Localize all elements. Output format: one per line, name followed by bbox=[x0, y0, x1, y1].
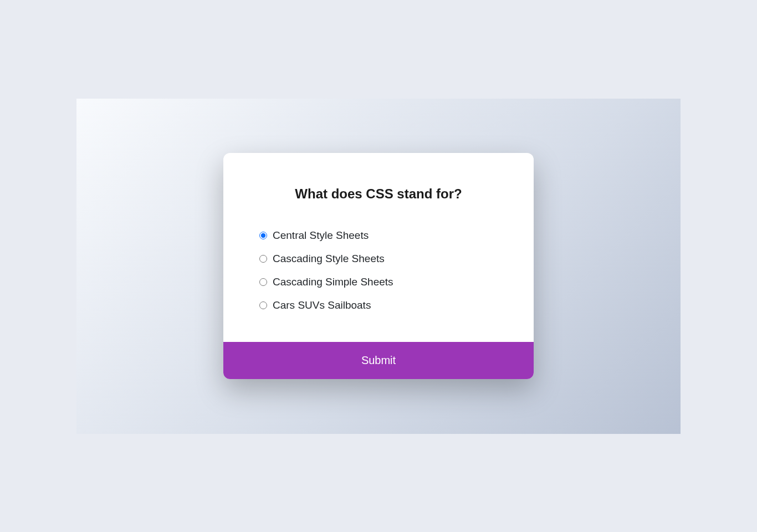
quiz-question: What does CSS stand for? bbox=[259, 186, 498, 202]
quiz-option[interactable]: Central Style Sheets bbox=[259, 229, 498, 242]
quiz-radio-2[interactable] bbox=[259, 278, 267, 286]
quiz-options: Central Style Sheets Cascading Style She… bbox=[259, 229, 498, 311]
quiz-card: What does CSS stand for? Central Style S… bbox=[223, 153, 534, 379]
page-background: What does CSS stand for? Central Style S… bbox=[76, 99, 681, 434]
submit-button[interactable]: Submit bbox=[223, 342, 534, 379]
quiz-option[interactable]: Cascading Simple Sheets bbox=[259, 276, 498, 288]
quiz-option-label: Cars SUVs Sailboats bbox=[273, 299, 371, 311]
quiz-radio-3[interactable] bbox=[259, 301, 267, 309]
quiz-option-label: Central Style Sheets bbox=[273, 229, 369, 242]
quiz-body: What does CSS stand for? Central Style S… bbox=[223, 153, 534, 342]
quiz-radio-0[interactable] bbox=[259, 232, 267, 239]
quiz-option[interactable]: Cars SUVs Sailboats bbox=[259, 299, 498, 311]
quiz-option-label: Cascading Simple Sheets bbox=[273, 276, 393, 288]
quiz-radio-1[interactable] bbox=[259, 255, 267, 263]
quiz-option[interactable]: Cascading Style Sheets bbox=[259, 253, 498, 265]
quiz-option-label: Cascading Style Sheets bbox=[273, 253, 385, 265]
